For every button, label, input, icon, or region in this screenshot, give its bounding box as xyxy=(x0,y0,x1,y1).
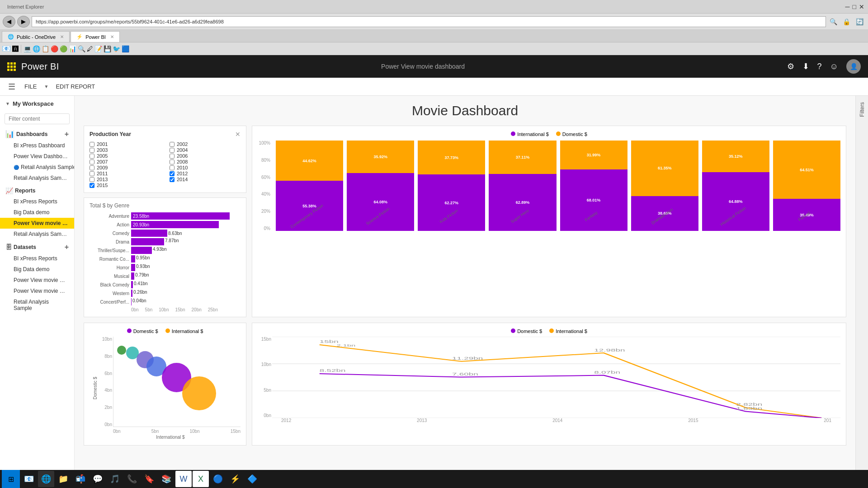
sidebar-dashboards-header[interactable]: 📊 Dashboards + xyxy=(0,126,74,140)
taskbar-icon-library[interactable]: 📚 xyxy=(158,471,175,487)
year-2014[interactable]: 2014 xyxy=(170,177,241,182)
svg-text:8.07bn: 8.07bn xyxy=(594,370,620,375)
year-2002[interactable]: 2002 xyxy=(170,141,241,147)
sidebar-item-big-data-demo[interactable]: Big Data demo xyxy=(0,207,74,218)
url-bar[interactable]: https://app.powerbi.com/groups/me/report… xyxy=(32,16,826,27)
app-page-title: Power View movie dashboard xyxy=(65,63,782,70)
hamburger-icon[interactable]: ☰ xyxy=(6,80,17,94)
svg-text:8.52bn: 8.52bn xyxy=(320,368,346,373)
bar-row-action: Action 20.93bn xyxy=(90,221,241,228)
taskbar-icon-word[interactable]: W xyxy=(175,471,192,487)
year-2003[interactable]: 2003 xyxy=(90,147,160,153)
year-2010[interactable]: 2010 xyxy=(170,165,241,170)
svg-text:7.60bn: 7.60bn xyxy=(452,372,478,376)
report-content: Movie Dashboard Production Year ✕ xyxy=(75,96,855,474)
bubble-legend: Domestic $ International $ xyxy=(90,328,241,334)
edit-report-btn[interactable]: EDIT REPORT xyxy=(56,83,95,90)
feedback-icon[interactable]: ☺ xyxy=(830,62,838,71)
close-btn[interactable]: ✕ xyxy=(859,3,864,10)
filters-panel-label[interactable]: Filters xyxy=(859,102,865,117)
sidebar-item-retail-analysis-1[interactable]: 🔵 Retail Analysis Sample xyxy=(0,162,74,173)
sidebar-item-bi-xpress-dashboard[interactable]: BI xPress Dashboard xyxy=(0,140,74,151)
report-canvas: Movie Dashboard Production Year ✕ xyxy=(75,96,855,488)
sidebar-reports-header[interactable]: 📈 Reports xyxy=(0,183,74,196)
bar-row-drama: Drama 7.87bn xyxy=(90,238,241,245)
main-content: ▼ My Workspace 📊 Dashboards + BI xPress … xyxy=(0,96,868,488)
file-btn[interactable]: FILE xyxy=(24,83,37,90)
app-menu-icon[interactable] xyxy=(7,62,16,71)
bar-row-thriller: Thriller/Suspe... 4.93bn xyxy=(90,247,241,254)
top-left-panel: Production Year ✕ 2001 2002 2003 2004 20… xyxy=(84,126,246,317)
taskbar-icon-folder[interactable]: 📁 xyxy=(55,471,71,487)
settings-icon[interactable]: ⚙ xyxy=(787,61,794,71)
windows-taskbar: ⊞ 📧 🌐 📁 📬 💬 🎵 📞 🔖 📚 W X 🔵 ⚡ 🔷 xyxy=(0,470,868,488)
filter-content-input[interactable] xyxy=(5,113,70,124)
taskbar-icon-outlook[interactable]: 📬 xyxy=(72,471,89,487)
sidebar-item-power-view-active[interactable]: Power View movie dashb... xyxy=(0,218,74,229)
back-btn[interactable]: ◀ xyxy=(3,16,15,28)
svg-text:11.29bn: 11.29bn xyxy=(452,356,483,361)
taskbar-icon-skype[interactable]: 💬 xyxy=(90,471,106,487)
browser-navbar: ◀ ▶ https://app.powerbi.com/groups/me/re… xyxy=(0,14,868,30)
taskbar-icon-powerbi[interactable]: ⚡ xyxy=(227,471,243,487)
sidebar: ▼ My Workspace 📊 Dashboards + BI xPress … xyxy=(0,96,75,488)
year-2012[interactable]: 2012 xyxy=(170,171,241,176)
svg-text:2.1bn: 2.1bn xyxy=(336,343,355,347)
taskbar-icon-email[interactable]: 📧 xyxy=(21,471,37,487)
add-dataset-btn[interactable]: + xyxy=(65,243,69,251)
year-2006[interactable]: 2006 xyxy=(170,153,241,159)
sidebar-item-bi-xpress-dataset[interactable]: BI xPress Reports xyxy=(0,253,74,264)
minimize-btn[interactable]: ─ xyxy=(845,3,850,10)
user-avatar[interactable]: 👤 xyxy=(846,59,861,74)
sidebar-item-retail-analysis-2[interactable]: Retail Analysis Sample xyxy=(0,173,74,183)
taskbar-icon-ie[interactable]: 🌐 xyxy=(38,471,54,487)
main-grid: Production Year ✕ 2001 2002 2003 2004 20… xyxy=(84,126,846,446)
sidebar-item-power-view-dashboard[interactable]: Power View Dashboard xyxy=(0,151,74,162)
help-icon[interactable]: ? xyxy=(817,62,822,71)
filters-side-panel: Filters xyxy=(855,96,868,488)
year-2015[interactable]: 2015 xyxy=(90,183,160,188)
app-logo-text: Power BI xyxy=(21,61,59,72)
app-header: Power BI Power View movie dashboard ⚙ ⬇ … xyxy=(0,55,868,78)
sidebar-datasets-header[interactable]: 🗄 Datasets + xyxy=(0,239,74,253)
tab-powerbi[interactable]: ⚡Power BI✕ xyxy=(71,31,120,42)
bar-row-adventure: Adventure 23.58bn xyxy=(90,212,241,220)
tab-onedrive[interactable]: 🌐Public - OneDrive✕ xyxy=(2,31,70,42)
stacked-chart-section: International $ Domestic $ 100%80%60%40%… xyxy=(252,126,846,317)
browser-toolbar: 📧 🅰 💻🌐📋 🔴🟢📊 🔍🖊 📝💾 🐦🟦 xyxy=(0,42,868,55)
filter-clear-icon[interactable]: ✕ xyxy=(235,131,241,138)
bar-chart-section: Total $ by Genre Adventure 23.58bn Actio… xyxy=(84,197,246,317)
taskbar-icon-skype2[interactable]: 📞 xyxy=(124,471,140,487)
sidebar-item-retail-analysis-report[interactable]: Retail Analysis Sample xyxy=(0,229,74,239)
year-2005[interactable]: 2005 xyxy=(90,153,160,159)
sidebar-item-bi-xpress-reports[interactable]: BI xPress Reports xyxy=(0,196,74,207)
app-container: Power BI Power View movie dashboard ⚙ ⬇ … xyxy=(0,55,868,488)
bar-row-horror: Horror 0.93bn xyxy=(90,264,241,271)
year-2011[interactable]: 2011 xyxy=(90,171,160,176)
download-icon[interactable]: ⬇ xyxy=(802,61,809,71)
bubble-chart-section: Domestic $ International $ Domestic $ xyxy=(84,323,246,446)
bar-row-western: Western 0.26bn xyxy=(90,290,241,297)
svg-text:12.98bn: 12.98bn xyxy=(594,348,625,352)
sidebar-item-big-data-dataset[interactable]: Big Data demo xyxy=(0,264,74,275)
year-2007[interactable]: 2007 xyxy=(90,159,160,164)
forward-btn[interactable]: ▶ xyxy=(17,16,30,28)
year-2001[interactable]: 2001 xyxy=(90,141,160,147)
year-2008[interactable]: 2008 xyxy=(170,159,241,164)
taskbar-icon-chrome[interactable]: 🔵 xyxy=(210,471,226,487)
maximize-btn[interactable]: □ xyxy=(853,3,856,10)
year-2009[interactable]: 2009 xyxy=(90,165,160,170)
taskbar-icon-excel[interactable]: X xyxy=(193,471,209,487)
sidebar-item-pv-movie-dataset1[interactable]: Power View movie dashb... xyxy=(0,275,74,286)
sidebar-item-pv-movie-dataset2[interactable]: Power View movie da... ★ xyxy=(0,286,74,296)
taskbar-icon-spotify[interactable]: 🎵 xyxy=(107,471,123,487)
year-2013[interactable]: 2013 xyxy=(90,177,160,182)
bar-chart-title: Total $ by Genre xyxy=(90,202,241,209)
taskbar-icon-skype3[interactable]: 🔷 xyxy=(244,471,260,487)
start-button[interactable]: ⊞ xyxy=(2,470,20,488)
sidebar-item-retail-dataset[interactable]: Retail Analysis Sample xyxy=(0,296,74,314)
year-2004[interactable]: 2004 xyxy=(170,147,241,153)
add-dashboard-btn[interactable]: + xyxy=(65,130,69,138)
taskbar-icon-bookmark[interactable]: 🔖 xyxy=(141,471,157,487)
sidebar-my-workspace[interactable]: ▼ My Workspace xyxy=(0,96,74,112)
